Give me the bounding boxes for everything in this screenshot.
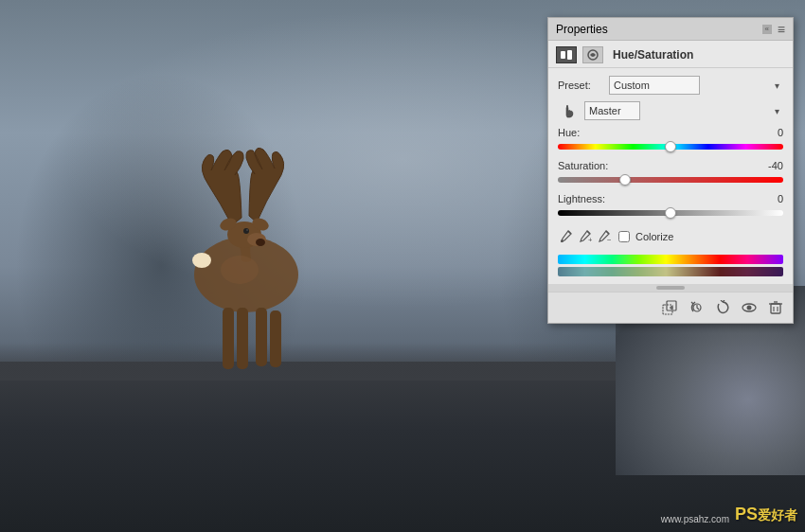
hue-track xyxy=(558,144,783,150)
svg-rect-14 xyxy=(561,51,565,59)
lightness-label-row: Lightness: 0 xyxy=(558,193,783,204)
svg-point-30 xyxy=(747,306,752,310)
svg-point-10 xyxy=(221,256,259,284)
deer-image xyxy=(147,95,346,381)
svg-point-4 xyxy=(246,229,248,231)
colorize-label: Colorize xyxy=(635,231,673,242)
lightness-section: Lightness: 0 xyxy=(558,193,783,221)
saturation-label-row: Saturation: -40 xyxy=(558,160,783,171)
colorize-row: + − Colorize xyxy=(558,228,783,245)
scrollbar-thumb[interactable] xyxy=(656,286,685,290)
svg-point-9 xyxy=(192,253,211,268)
channel-select-wrapper: Master Reds Yellows Greens Cyans Blues M… xyxy=(584,101,783,120)
panel-collapse-button[interactable]: « xyxy=(762,25,772,34)
delete-button[interactable] xyxy=(766,298,785,317)
lightness-value: 0 xyxy=(755,193,783,204)
eyedropper-subtract-icon[interactable]: − xyxy=(596,228,613,245)
svg-point-19 xyxy=(561,239,564,242)
watermark-site: www.psahz.com xyxy=(661,513,729,524)
svg-rect-31 xyxy=(771,304,780,313)
svg-rect-6 xyxy=(237,308,248,369)
preset-label: Preset: xyxy=(558,80,603,91)
svg-line-20 xyxy=(587,231,590,234)
saturation-thumb[interactable] xyxy=(619,174,631,186)
preset-select-wrapper: Custom Default Cyanotype Old Style Sepia… xyxy=(609,76,783,95)
saturation-slider-container[interactable] xyxy=(558,172,783,187)
hue-slider-container[interactable] xyxy=(558,139,783,154)
svg-line-18 xyxy=(568,231,571,234)
adjustment-layer-button[interactable] xyxy=(556,46,577,63)
svg-point-13 xyxy=(256,239,265,246)
panel-controls: « ≡ xyxy=(762,22,785,37)
eyedropper-tools: + − xyxy=(558,228,613,245)
svg-rect-8 xyxy=(270,310,281,367)
visibility-button[interactable] xyxy=(740,298,759,317)
svg-rect-7 xyxy=(256,308,267,366)
lightness-track xyxy=(558,210,783,216)
hue-section: Hue: 0 xyxy=(558,127,783,154)
svg-text:−: − xyxy=(607,236,611,244)
colorize-checkbox[interactable] xyxy=(618,231,630,242)
mask-button[interactable] xyxy=(582,46,603,63)
hue-label-row: Hue: 0 xyxy=(558,127,783,138)
hue-value: 0 xyxy=(755,127,783,138)
svg-line-22 xyxy=(606,231,609,234)
channel-row: Master Reds Yellows Greens Cyans Blues M… xyxy=(558,100,783,121)
hue-label: Hue: xyxy=(558,127,580,138)
panel-toolbar xyxy=(548,292,793,323)
color-bar-bottom xyxy=(558,267,783,276)
saturation-label: Saturation: xyxy=(558,160,608,171)
panel-content: Preset: Custom Default Cyanotype Old Sty… xyxy=(548,68,793,284)
hand-tool-icon[interactable] xyxy=(558,100,579,121)
panel-menu-icon[interactable]: ≡ xyxy=(778,22,785,37)
lightness-slider-container[interactable] xyxy=(558,205,783,221)
saturation-track xyxy=(558,177,783,183)
previous-state-button[interactable] xyxy=(687,298,706,317)
panel-header-title: Hue/Saturation xyxy=(613,48,693,62)
saturation-section: Saturation: -40 xyxy=(558,160,783,187)
color-spectrum-row xyxy=(558,255,783,276)
eyedropper-icon[interactable] xyxy=(558,228,575,245)
svg-rect-5 xyxy=(223,308,234,369)
lightness-thumb[interactable] xyxy=(665,207,676,219)
panel-header: Hue/Saturation xyxy=(548,41,793,68)
panel-scrollbar[interactable] xyxy=(548,284,793,292)
reset-button[interactable] xyxy=(713,298,732,317)
saturation-value: -40 xyxy=(755,160,783,171)
channel-select[interactable]: Master Reds Yellows Greens Cyans Blues M… xyxy=(584,101,640,120)
svg-rect-15 xyxy=(567,50,572,60)
properties-panel: Properties « ≡ Hue/Saturation Preset: xyxy=(547,17,794,324)
lightness-label: Lightness: xyxy=(558,193,605,204)
preset-select[interactable]: Custom Default Cyanotype Old Style Sepia… xyxy=(609,76,700,95)
add-to-selection-button[interactable] xyxy=(660,298,679,317)
svg-point-3 xyxy=(243,228,249,234)
preset-row: Preset: Custom Default Cyanotype Old Sty… xyxy=(558,76,783,95)
panel-title: Properties xyxy=(556,23,608,36)
svg-rect-17 xyxy=(566,105,568,108)
panel-titlebar: Properties « ≡ xyxy=(548,18,793,41)
watermark-ps: PS爱好者 xyxy=(735,505,797,524)
color-bar-top xyxy=(558,255,783,264)
svg-text:+: + xyxy=(588,236,592,244)
eyedropper-add-icon[interactable]: + xyxy=(577,228,594,245)
hue-thumb[interactable] xyxy=(665,141,676,152)
